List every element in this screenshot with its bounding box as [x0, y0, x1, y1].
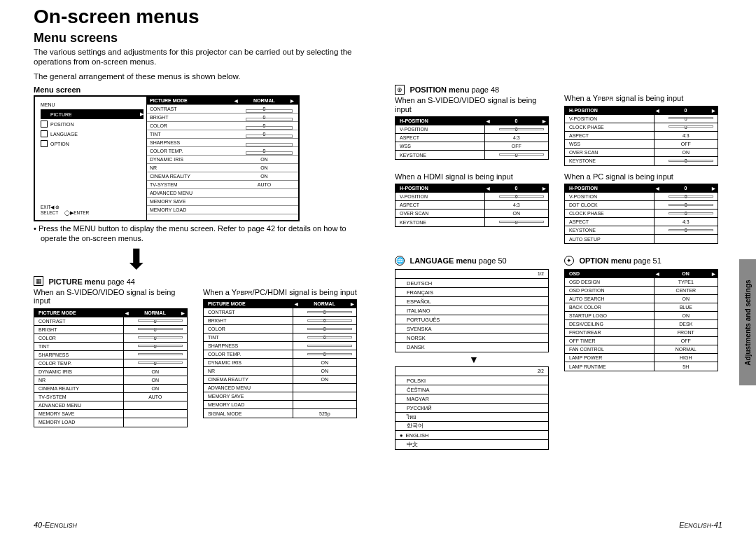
option-menu-heading: ✦ OPTION menu page 51 — [564, 254, 722, 266]
table-row: CLOCK PHASE0 — [565, 123, 718, 132]
language-item: PORTUGUÊS — [396, 315, 548, 324]
table-row: CONTRAST0 — [204, 308, 356, 317]
position-cond4: When a PC signal is being input — [564, 172, 722, 181]
language-menu-heading: 🌐 LANGUAGE menu page 50 — [395, 254, 553, 266]
footer-left: 40-EENGLISH — [34, 521, 77, 529]
table-row: BRIGHT0 — [204, 317, 356, 325]
picture-table-1: PICTURE MODE◀NORMAL▶CONTRAST0BRIGHT0COLO… — [34, 308, 188, 427]
menu-screen-bullet: Press the MENU button to display the men… — [41, 224, 361, 244]
table-row: BACK COLORBLUE — [565, 303, 718, 312]
picture-cond1: When an S-VIDEO/VIDEO signal is being in… — [34, 288, 192, 305]
page-right: ⊕ POSITION menu page 48 When an S-VIDEO/… — [378, 0, 756, 536]
table-row: OSD POSITIONCENTER — [565, 287, 718, 295]
table-row: CINEMA REALITYON — [204, 376, 356, 384]
position-menu-icon: ⊕ — [395, 85, 405, 95]
table-row: LAMP RUNTIME5H — [565, 362, 718, 371]
position-menu-heading: ⊕ POSITION menu page 48 — [395, 83, 553, 95]
osd-row: BRIGHT0 — [147, 114, 298, 122]
language-item: POLSKI — [396, 376, 548, 385]
osd-controls: EXIT◀ ⊕ SELECT ◯▶ENTER — [41, 205, 89, 216]
osd-sidebar-item: PICTURE▶ — [41, 109, 144, 119]
language-box-1: 1/2 DEUTSCHFRANÇAISESPAÑOLITALIANOPORTUG… — [395, 269, 549, 352]
table-row: KEYSTONE0 — [565, 226, 718, 235]
table-row: WSSOFF — [396, 142, 548, 151]
table-row: SHARPNESS — [34, 351, 187, 359]
table-row: DYNAMIC IRISON — [204, 359, 356, 367]
table-row: TINT0 — [34, 343, 187, 351]
table-row: DOT CLOCK0 — [565, 201, 718, 209]
osd-main-screen: MENUPICTURE▶POSITIONLANGUAGEOPTION EXIT◀… — [34, 95, 300, 221]
lang-down-icon: ▼ — [395, 354, 553, 365]
table-row: COLOR TEMP.0 — [204, 350, 356, 359]
table-row: SHARPNESS — [204, 342, 356, 350]
select-label: SELECT — [41, 210, 58, 215]
osd-row: CONTRAST0 — [147, 105, 298, 114]
osd-sidebar-item: OPTION — [41, 139, 144, 149]
menu-screen-label: Menu screen — [34, 85, 361, 94]
osd-row: MEMORY LOAD — [147, 206, 298, 214]
page-title: On-screen menus — [34, 6, 361, 28]
table-row: AUTO SEARCHON — [565, 295, 718, 303]
osd-row: CINEMA REALITYON — [147, 172, 298, 181]
osd-row: SHARPNESS — [147, 139, 298, 147]
option-table: OSD◀ON▶OSD DESIGNTYPE1OSD POSITIONCENTER… — [564, 269, 718, 371]
language-item: ●ENGLISH — [396, 431, 548, 440]
position-table-2: H-POSITION◀0▶V-POSITION0CLOCK PHASE0ASPE… — [564, 106, 718, 166]
enter-label: ENTER — [74, 210, 89, 215]
exit-label: EXIT — [41, 205, 50, 209]
table-row: KEYSTONE0 — [565, 157, 718, 165]
osd-row: MEMORY SAVE — [147, 198, 298, 206]
position-table-1: H-POSITION◀0▶V-POSITION0ASPECT4:3WSSOFFK… — [395, 116, 549, 160]
table-row: ASPECT4:3 — [565, 132, 718, 140]
position-cond3: When a HDMI signal is being input — [395, 172, 553, 181]
table-row: MEMORY LOAD — [204, 401, 356, 409]
table-row: TV-SYSTEMAUTO — [34, 393, 187, 401]
table-row: BRIGHT0 — [34, 326, 187, 334]
osd-sidebar-item: LANGUAGE — [41, 129, 144, 139]
down-arrow-icon: ⬇ — [125, 245, 361, 273]
table-row: TINT0 — [204, 334, 356, 342]
osd-row: COLOR TEMP.0 — [147, 147, 298, 156]
table-row: AUTO SETUP — [565, 235, 718, 243]
language-item: ไทย — [396, 413, 548, 422]
osd-row: COLOR0 — [147, 122, 298, 130]
side-tab: Adjustments and settings — [739, 259, 756, 385]
table-row: STARTUP LOGOON — [565, 312, 718, 320]
table-row: H-POSITION◀0▶ — [396, 117, 548, 125]
osd-row: DYNAMIC IRISON — [147, 156, 298, 164]
table-row: ADVANCED MENU — [34, 401, 187, 410]
table-row: OFF TIMEROFF — [565, 337, 718, 345]
position-cond1: When an S-VIDEO/VIDEO signal is being in… — [395, 96, 553, 114]
table-row: CLOCK PHASE0 — [565, 209, 718, 218]
picture-table-2: PICTURE MODE◀NORMAL▶CONTRAST0BRIGHT0COLO… — [203, 299, 357, 418]
table-row: ASPECT4:3 — [565, 218, 718, 226]
language-item: FRANÇAIS — [396, 288, 548, 297]
table-row: OSD◀ON▶ — [565, 270, 718, 278]
position-cond2: When a YPBPR signal is being input — [564, 94, 722, 103]
language-item: MAGYAR — [396, 394, 548, 404]
table-row: LAMP POWERHIGH — [565, 354, 718, 362]
language-item: SVENSKA — [396, 324, 548, 334]
table-row: FAN CONTROLNORMAL — [565, 345, 718, 354]
table-row: OSD DESIGNTYPE1 — [565, 278, 718, 287]
table-row: SIGNAL MODE525p — [204, 409, 356, 418]
table-row: OVER SCANON — [396, 209, 548, 218]
language-item: ČEŠTINA — [396, 385, 548, 394]
osd-sidebar-item: MENU — [41, 99, 144, 109]
picture-menu-icon: ▦ — [34, 276, 43, 286]
osd-sidebar-item: POSITION — [41, 119, 144, 129]
language-item: DEUTSCH — [396, 279, 548, 288]
table-row: ASPECT4:3 — [396, 201, 548, 209]
table-row: FRONT/REARFRONT — [565, 329, 718, 337]
language-item: NORSK — [396, 334, 548, 343]
table-row: V-POSITION0 — [565, 115, 718, 123]
lang-page-1-ind: 1/2 — [538, 271, 544, 276]
table-row: PICTURE MODE◀NORMAL▶ — [34, 309, 187, 317]
language-box-2: 2/2 POLSKIČEŠTINAMAGYARРУССКИЙไทย한국어●ENG… — [395, 366, 549, 450]
table-row: ADVANCED MENU — [204, 384, 356, 392]
table-row: COLOR0 — [204, 325, 356, 334]
osd-row: TINT0 — [147, 130, 298, 139]
language-item: 中文 — [396, 440, 548, 449]
picture-cond2: When a YPBPR/PC/HDMI signal is being inp… — [203, 288, 361, 297]
section-title: Menu screens — [34, 31, 361, 46]
